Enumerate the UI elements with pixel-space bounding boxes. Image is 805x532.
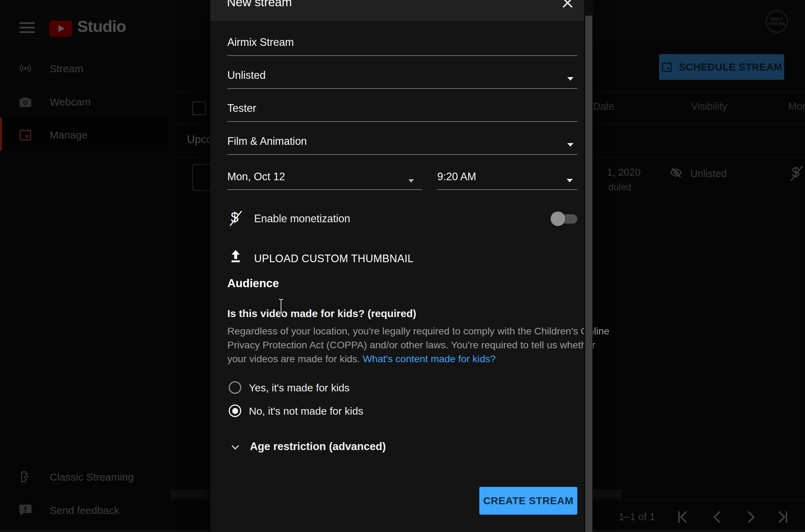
field-underline [227, 189, 422, 190]
create-stream-label: CREATE STREAM [483, 495, 574, 507]
upload-icon [228, 248, 244, 264]
scrollbar-thumb[interactable] [585, 16, 592, 532]
audience-heading: Audience [227, 277, 279, 290]
dialog-title: New stream [227, 0, 292, 9]
monetization-toggle-knob[interactable] [551, 211, 565, 226]
coppa-line-3: your videos are made for kids. What's co… [227, 352, 609, 366]
field-underline [227, 154, 577, 155]
text-cursor [278, 298, 284, 315]
privacy-value: Unlisted [227, 68, 266, 82]
field-underline [437, 189, 577, 190]
monetization-label: Enable monetization [254, 213, 350, 225]
time-value: 9:20 AM [437, 170, 476, 183]
youtube-studio-screen: Studio ONYX CINEMA Stream [0, 0, 805, 532]
coppa-line-1: Regardless of your location, you're lega… [227, 324, 609, 338]
chevron-down-icon [408, 179, 414, 183]
radio-no-label: No, it's not made for kids [249, 405, 363, 417]
new-stream-dialog: New stream Airmix Stream Unlisted Tester… [210, 0, 584, 532]
radio-icon-unselected[interactable] [229, 381, 241, 394]
field-underline [227, 55, 577, 56]
upload-thumbnail-label: UPLOAD CUSTOM THUMBNAIL [254, 252, 414, 265]
description-value: Tester [227, 101, 256, 115]
radio-yes-label: Yes, it's made for kids [249, 382, 350, 394]
dialog-header: New stream [210, 0, 584, 21]
chevron-down-icon [567, 143, 574, 147]
monetization-off-icon: $ [228, 210, 244, 226]
kids-content-link[interactable]: What's content made for kids? [363, 353, 496, 364]
scrollbar-track [584, 0, 593, 532]
coppa-paragraph: Regardless of your location, you're lega… [227, 324, 609, 366]
chevron-down-icon [230, 442, 241, 452]
chevron-down-icon [567, 179, 573, 182]
category-value: Film & Animation [227, 134, 307, 148]
kids-question-label: Is this video made for kids? (required) [227, 308, 416, 319]
chevron-down-icon [567, 77, 574, 81]
radio-icon-selected[interactable] [229, 405, 241, 417]
create-stream-button[interactable]: CREATE STREAM [479, 487, 577, 515]
coppa-line-2: Privacy Protection Act (COPPA) and/or ot… [227, 338, 609, 352]
close-button[interactable] [561, 0, 575, 10]
field-underline [227, 121, 577, 122]
date-value: Mon, Oct 12 [227, 170, 285, 183]
stream-title-value: Airmix Stream [227, 35, 294, 49]
age-restriction-label: Age restriction (advanced) [250, 440, 386, 453]
field-underline [227, 88, 577, 89]
